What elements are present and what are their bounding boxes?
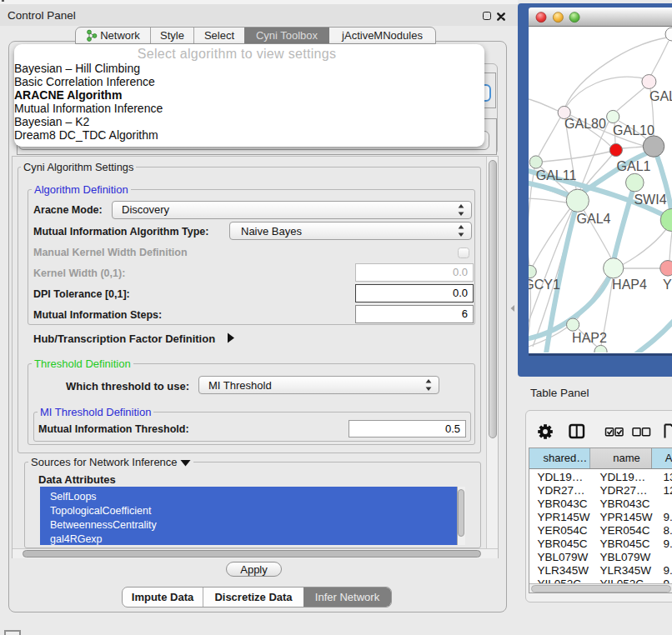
- svg-text:YM: YM: [663, 278, 672, 292]
- svg-text:GCY1: GCY1: [529, 278, 560, 292]
- svg-text:GAL7: GAL7: [649, 89, 672, 103]
- svg-text:HAP2: HAP2: [572, 331, 607, 345]
- svg-text:SWI4: SWI4: [634, 192, 666, 207]
- svg-text:GAL1: GAL1: [617, 159, 651, 173]
- svg-text:GAL4: GAL4: [577, 212, 611, 226]
- svg-text:GAL80: GAL80: [564, 117, 606, 131]
- svg-text:GAL11: GAL11: [536, 168, 577, 182]
- svg-text:GAL10: GAL10: [613, 123, 654, 138]
- svg-text:HAP4: HAP4: [612, 278, 647, 292]
